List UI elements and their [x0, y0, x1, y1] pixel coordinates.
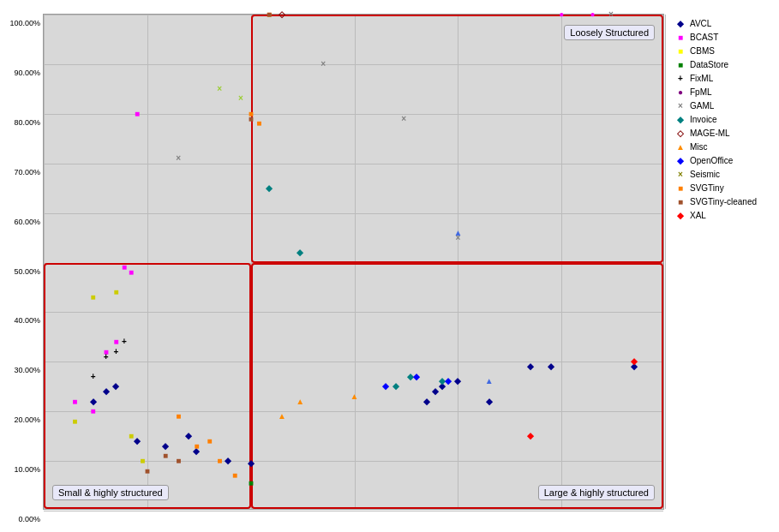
legend-text: GAML [690, 101, 714, 111]
legend-item: ■SVGTiny [674, 182, 776, 194]
data-point: ■ [72, 417, 77, 426]
data-point: ▲ [278, 412, 286, 421]
x-axis-label [17, 529, 668, 532]
legend-item: ▲Misc [674, 140, 776, 152]
legend-symbol: ■ [674, 31, 686, 43]
data-point: ■ [217, 457, 222, 465]
legend-item: ●FpML [674, 86, 776, 98]
chart-area: 0.00%10.00%20.00%30.00%40.00%50.00%60.00… [0, 10, 779, 532]
data-point: ◆ [423, 398, 430, 406]
data-point: × [176, 154, 181, 163]
legend-item: ■BCAST [674, 31, 776, 43]
data-point: × [321, 60, 326, 69]
legend-symbol: ◆ [674, 17, 686, 29]
y-tick-label: 20.00% [14, 415, 40, 424]
data-point: ▲ [351, 392, 359, 401]
data-point: ◆ [454, 377, 461, 386]
y-tick-label: 100.00% [9, 19, 40, 27]
legend-symbol: + [674, 72, 686, 84]
data-point: ■ [140, 457, 145, 465]
data-point: ■ [232, 471, 237, 480]
data-point: ◆ [382, 382, 389, 391]
data-point: ▲ [453, 229, 462, 237]
legend-text: OpenOffice [690, 156, 733, 165]
small-highly-structured-label: Small & highly structured [52, 485, 169, 500]
legend-symbol: ◆ [674, 154, 686, 166]
data-point: ■ [91, 293, 96, 302]
data-point: ■ [129, 432, 134, 440]
legend-text: Seismic [690, 170, 720, 179]
grid-line-h [44, 362, 663, 362]
data-point: + [114, 348, 119, 356]
data-point: ◆ [486, 398, 493, 406]
legend-item: ◆XAL [674, 209, 776, 221]
data-point: ■ [194, 442, 199, 451]
data-point: ■ [129, 268, 134, 277]
data-point: ■ [207, 437, 213, 445]
legend-item: ×GAML [674, 99, 776, 111]
y-tick-label: 60.00% [14, 218, 40, 226]
legend-text: MAGE-ML [690, 129, 730, 138]
grid-line-h [44, 312, 663, 313]
data-point: + [91, 373, 96, 381]
grid-line-h [44, 64, 663, 65]
legend-text: FixML [690, 74, 713, 83]
data-point: ◆ [432, 387, 439, 396]
legend-symbol: × [674, 168, 686, 180]
y-tick-label: 10.00% [14, 465, 40, 474]
data-point: ● [590, 10, 596, 19]
grid-line-h [44, 15, 663, 15]
y-tick-label: 90.00% [14, 69, 40, 77]
grid-line-v [665, 15, 666, 509]
data-point: ■ [91, 407, 96, 415]
data-point: ◆ [248, 459, 255, 468]
legend-text: XAL [690, 211, 706, 220]
legend-symbol: ■ [674, 182, 686, 194]
data-point: × [238, 94, 243, 103]
legend-text: SVGTiny [690, 183, 724, 193]
data-point: ■ [135, 110, 140, 118]
data-point: ■ [249, 115, 254, 123]
data-point: ◆ [225, 457, 231, 465]
legend-symbol: ■ [674, 195, 686, 207]
grid-line-h [44, 411, 663, 412]
data-point: ◆ [103, 387, 110, 396]
data-point: ■ [145, 467, 150, 475]
grid-line-v [355, 15, 356, 509]
legend-text: Misc [690, 142, 708, 152]
data-point: ■ [249, 479, 254, 487]
legend-symbol: × [674, 99, 686, 111]
legend-text: BCAST [690, 33, 718, 42]
data-point: ◆ [112, 382, 119, 391]
data-point: + [122, 338, 127, 346]
legend-item: ◆Invoice [674, 113, 776, 125]
legend-symbol: ◆ [674, 209, 686, 221]
legend-item: +FixML [674, 72, 776, 84]
legend-text: SVGTiny-cleaned [690, 197, 757, 206]
grid-line-v [251, 15, 252, 509]
grid-line-v [44, 15, 45, 509]
y-tick-label: 0.00% [18, 515, 40, 523]
data-point: ◆ [162, 442, 169, 451]
data-point: × [608, 10, 614, 19]
data-point: ▲ [485, 377, 494, 386]
legend-item: ■CBMS [674, 45, 776, 57]
data-point: ▲ [296, 398, 304, 406]
data-point: ◆ [527, 362, 534, 371]
data-point: ■ [176, 457, 181, 465]
data-point: ◆ [90, 398, 97, 406]
data-point: × [217, 85, 222, 93]
chart-container: 0.00%10.00%20.00%30.00%40.00%50.00%60.00… [0, 0, 779, 532]
legend-text: FpML [690, 87, 712, 97]
data-point: ◆ [134, 437, 141, 445]
data-point: ◆ [266, 184, 273, 193]
legend-text: DataStore [690, 60, 728, 69]
data-point: ● [559, 10, 564, 19]
legend-symbol: ■ [674, 45, 686, 57]
loosely-structured-region: Loosely Structured [251, 15, 663, 263]
large-highly-structured-label: Large & highly structured [538, 485, 655, 500]
legend-text: CBMS [690, 46, 715, 56]
data-point: ◇ [279, 10, 285, 19]
grid-line-h [44, 213, 663, 214]
legend-symbol: ● [674, 86, 686, 98]
